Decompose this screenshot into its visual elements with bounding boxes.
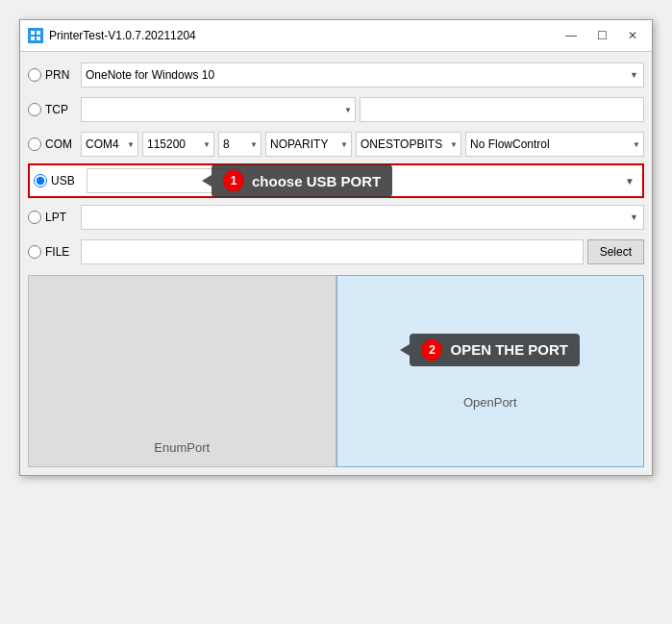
com-row: COM COM4 115200 8 [28,129,644,160]
file-radio[interactable] [28,245,41,259]
prn-label: PRN [45,68,69,82]
lpt-radio-label[interactable]: LPT [28,211,81,224]
com-stopbits-select[interactable]: ONESTOPBITS [356,132,461,157]
tcp-host-select[interactable] [81,97,356,122]
enum-port-panel[interactable]: EnumPort [28,275,336,467]
title-bar-left: PrinterTest-V1.0.7.20211204 [28,28,196,43]
com-databits-select[interactable]: 8 [218,132,261,157]
com-radio[interactable] [28,137,41,151]
open-port-tooltip-container: 2 OPEN THE PORT [400,334,580,366]
file-label: FILE [45,245,69,259]
prn-chevron-icon: ▼ [630,70,638,80]
com-radio-label[interactable]: COM [28,137,81,151]
open-port-label: OpenPort [463,395,517,410]
usb-label: USB [51,174,75,187]
usb-tooltip: 1 choose USB PORT [202,164,392,197]
svg-rect-4 [37,37,40,40]
tooltip-bubble: 1 choose USB PORT [212,164,392,197]
file-row: FILE C:/Users/mike/Desktop/data.bin Sele… [28,237,644,267]
tcp-radio[interactable] [28,103,41,116]
tcp-content: 9100 [81,97,644,122]
lpt-row: LPT ▼ [28,202,644,233]
usb-radio-label[interactable]: USB [34,174,87,187]
window-title: PrinterTest-V1.0.7.20211204 [49,29,196,42]
lpt-radio[interactable] [28,211,41,224]
open-port-tail [400,344,410,356]
file-radio-label[interactable]: FILE [28,245,81,259]
enum-port-label: EnumPort [154,440,210,455]
com-port-select[interactable]: COM4 [81,132,138,157]
lpt-chevron-icon: ▼ [630,212,638,222]
svg-rect-1 [31,31,35,35]
title-bar: PrinterTest-V1.0.7.20211204 — ☐ ✕ [20,20,652,52]
file-content: C:/Users/mike/Desktop/data.bin Select [81,239,644,264]
prn-radio[interactable] [28,68,41,82]
content-area: PRN OneNote for Windows 10 ▼ TCP [20,52,652,475]
lpt-label: LPT [45,211,66,224]
prn-row: PRN OneNote for Windows 10 ▼ [28,60,644,90]
close-button[interactable]: ✕ [621,26,644,45]
com-label: COM [45,137,72,151]
svg-rect-3 [31,37,35,40]
tcp-radio-label[interactable]: TCP [28,103,81,116]
com-flow-select[interactable]: No FlowControl [465,132,644,157]
open-port-bubble: 2 OPEN THE PORT [410,334,580,366]
usb-radio[interactable] [34,174,47,187]
usb-tooltip-text: choose USB PORT [252,173,381,189]
com-parity-select[interactable]: NOPARITY [265,132,352,157]
file-path-input[interactable]: C:/Users/mike/Desktop/data.bin [81,239,584,264]
prn-select[interactable]: OneNote for Windows 10 [81,62,644,87]
tooltip-tail [202,175,212,187]
tcp-label: TCP [45,103,68,116]
lpt-content: ▼ [81,205,644,230]
prn-content: OneNote for Windows 10 ▼ [81,62,644,87]
main-window: PrinterTest-V1.0.7.20211204 — ☐ ✕ PRN On… [19,19,653,476]
select-button[interactable]: Select [587,239,644,264]
open-port-tooltip-text: OPEN THE PORT [450,341,568,358]
bottom-panels: EnumPort 2 OPEN THE PORT OpenPort [28,275,644,467]
com-content: COM4 115200 8 NOPARITY [81,132,644,157]
open-port-panel[interactable]: 2 OPEN THE PORT OpenPort [336,275,645,467]
step1-badge: 1 [223,170,244,191]
title-bar-controls: — ☐ ✕ [560,26,644,45]
prn-radio-label[interactable]: PRN [28,68,81,82]
tcp-row: TCP 9100 [28,94,644,125]
svg-rect-2 [37,31,40,35]
lpt-select[interactable] [81,205,644,230]
maximize-button[interactable]: ☐ [590,26,613,45]
usb-row: USB VID:0x4843,PID:0x3830 1 choose USB P… [28,163,644,198]
usb-chevron-icon: ▼ [625,176,638,187]
com-baud-select[interactable]: 115200 [142,132,214,157]
usb-content: VID:0x4843,PID:0x3830 1 choose USB PORT … [87,168,638,193]
app-icon [28,28,43,43]
minimize-button[interactable]: — [560,26,583,45]
tcp-port-input[interactable]: 9100 [360,97,644,122]
step2-badge: 2 [421,339,442,361]
